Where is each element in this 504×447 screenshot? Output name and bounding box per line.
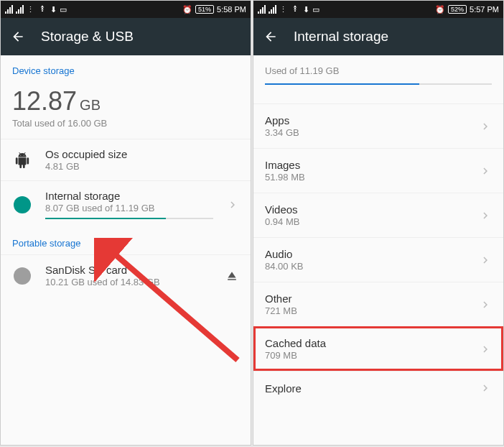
chevron-right-icon [479,120,492,133]
row-explore[interactable]: Explore [253,371,503,405]
chevron-right-icon [479,298,492,311]
images-title: Images [265,159,479,171]
explore-title: Explore [265,382,479,395]
app-bar: Internal storage [253,18,503,55]
clock: 5:57 PM [470,5,499,14]
download-icon: ⬇ [50,5,57,14]
leaf-icon [290,4,300,14]
chevron-right-icon [226,198,239,211]
storage-value: 12.87 [12,86,77,116]
chevron-right-icon [479,165,492,178]
signal-icon [5,5,13,14]
storage-sub: Total used of 16.00 GB [12,118,239,129]
row-audio[interactable]: Audio84.00 KB [253,237,503,282]
status-bar: ⋮ ⬇ ▭ ⏰ 52% 5:57 PM [253,1,503,18]
phone-left: ⋮ ⬇ ▭ ⏰ 51% 5:58 PM Storage & USB Device… [0,0,251,446]
row-other[interactable]: Other721 MB [253,282,503,326]
signal-icon [269,5,276,14]
eject-icon [225,269,239,283]
more-icon: ⋮ [279,5,287,14]
row-videos[interactable]: Videos0.94 MB [253,193,503,237]
alarm-icon: ⏰ [435,5,445,14]
chevron-right-icon [479,254,492,267]
back-icon[interactable] [263,29,278,44]
internal-sub: 8.07 GB used of 11.19 GB [45,203,213,213]
clock: 5:58 PM [217,5,246,14]
content-left: Device storage 12.87GB Total used of 16.… [1,55,251,445]
page-title: Storage & USB [41,29,134,45]
other-title: Other [265,292,479,305]
audio-sub: 84.00 KB [265,261,479,272]
row-sd-card[interactable]: SanDisk SD card 10.21 GB used of 14.83 G… [1,254,251,296]
chevron-right-icon [479,209,492,222]
row-cached-data[interactable]: Cached data709 MB [253,326,503,371]
cached-sub: 709 MB [265,350,479,361]
phone-right: ⋮ ⬇ ▭ ⏰ 52% 5:57 PM Internal storage Use… [253,0,504,446]
row-os-size[interactable]: Os occupied size 4.81 GB [1,139,251,180]
back-icon[interactable] [11,29,25,44]
cached-title: Cached data [265,337,479,349]
content-right: Used of 11.19 GB Apps3.34 GB Images51.98… [253,55,503,445]
videos-sub: 0.94 MB [265,216,479,227]
header-usage-text: Used of 11.19 GB [265,65,492,76]
chevron-right-icon [479,343,492,356]
leaf-icon [37,4,47,14]
storage-unit: GB [80,97,101,113]
chevron-right-icon [479,382,492,395]
signal-icon [258,5,266,14]
battery-indicator: 51% [195,5,214,14]
page-title: Internal storage [294,29,388,45]
row-images[interactable]: Images51.98 MB [253,148,503,193]
sd-title: SanDisk SD card [45,264,212,276]
sd-color-icon [14,267,31,285]
app-bar: Storage & USB [1,18,251,55]
videos-title: Videos [265,203,479,216]
images-sub: 51.98 MB [265,172,479,183]
status-bar: ⋮ ⬇ ▭ ⏰ 51% 5:58 PM [1,1,251,18]
os-title: Os occupied size [45,148,239,160]
section-portable-storage: Portable storage [1,228,251,254]
signal-icon [16,5,24,14]
os-sub: 4.81 GB [45,161,239,172]
apps-title: Apps [265,114,479,126]
more-icon: ⋮ [27,5,34,14]
sd-sub: 10.21 GB used of 14.83 GB [45,277,212,287]
header-usage: Used of 11.19 GB [253,55,503,91]
android-icon [12,150,32,170]
battery-indicator: 52% [448,5,467,14]
storage-summary: 12.87GB Total used of 16.00 GB [1,82,251,139]
audio-title: Audio [265,248,479,260]
notification-icon: ▭ [60,5,67,14]
other-sub: 721 MB [265,305,479,316]
eject-button[interactable] [225,269,239,283]
section-device-storage: Device storage [1,55,251,82]
row-internal-storage[interactable]: Internal storage 8.07 GB used of 11.19 G… [1,180,251,228]
row-apps[interactable]: Apps3.34 GB [253,103,503,148]
apps-sub: 3.34 GB [265,127,479,138]
alarm-icon: ⏰ [182,5,192,14]
storage-color-icon [14,196,31,213]
download-icon: ⬇ [303,5,309,14]
notification-icon: ▭ [312,5,319,14]
internal-title: Internal storage [45,190,213,202]
